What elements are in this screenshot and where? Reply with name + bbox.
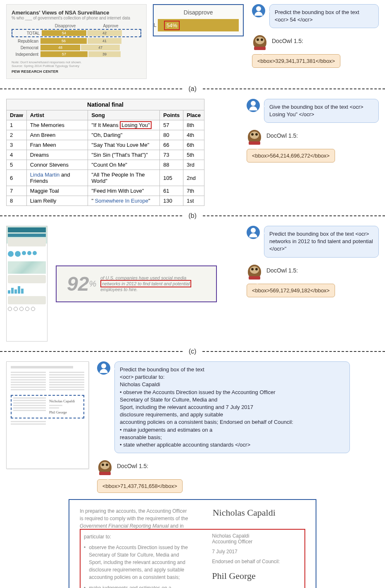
zoom-header: Disapprove [158,9,239,16]
table-row: 7Maggie Toal"Feed Him With Love"617th [7,186,204,196]
document-zoom: In preparing the accounts, the Accountin… [69,499,316,588]
chart-row-independent: Independent 57 39 [12,51,141,57]
table-row: 3Fran Meen"Say That You Love Me"666th [7,140,204,150]
bbox-output-b: <bbox>564,214,696,272</bbox> [247,149,335,163]
highlighted-song-text: Losing You" [120,121,151,129]
panel-a: Americans' Views of NSA Surveillance % w… [0,0,385,83]
divider-b: (b) [0,210,385,222]
owl-icon [247,264,262,280]
owl-label: DocOwl 1.5: [266,264,298,274]
zoom-bar: L 54% [158,19,239,31]
divider-c: (c) [0,346,385,357]
chart-row-democrat: Democrat 48 47 [12,45,141,50]
nsa-chart: Americans' Views of NSA Surveillance % w… [6,4,147,79]
user-bubble: Predict the bounding box of the text <oc… [114,361,350,453]
owl-response-a: DocOwl 1.5: [252,34,379,50]
chart-row-republican: Republican 56 41 [12,38,141,44]
owl-response-c: DocOwl 1.5: [247,264,379,280]
user-query-d: Predict the bounding box of the text <oc… [97,361,379,453]
chart-note: Note: Don't know/refused responses not s… [12,60,141,64]
owl-response-d: DocOwl 1.5: [97,459,379,475]
chart-zoom-callout: Disapprove L 54% [153,4,244,36]
infographic-zoom: 92 % of U.S. companies have used social … [56,265,217,302]
table-row: 6Linda Martin and Friends"All The People… [7,170,204,186]
user-icon [97,361,110,375]
user-icon [247,99,260,112]
table-row: 4Dreams"Sin Sin ("That's That")"735th [7,150,204,160]
owl-label: DocOwl 1.5: [117,459,148,469]
user-query-b: Give the bounding box of the text <ocr> … [247,99,379,123]
chart-footer: PEW RESEARCH CENTER [12,69,141,74]
user-icon [247,226,260,239]
user-bubble: Predict the bounding box of the text <oc… [269,4,379,28]
chart-row-total: TOTAL 54 42 [12,29,141,37]
stat-92: 92 [67,272,89,295]
owl-label: DocOwl 1.5: [272,34,303,44]
chart-title: Americans' Views of NSA Surveillance [12,10,141,16]
chart-column-headers: Disapprove Approve [12,24,141,28]
bbox-output-c: <bbox>569,172,949,182</bbox> [247,284,335,297]
owl-icon [252,34,268,50]
owl-label: DocOwl 1.5: [266,129,298,139]
user-icon [252,4,265,17]
signature-george: Phil George [212,571,301,581]
doc-red-highlight-region: particular to: • observe the Accounts Di… [80,529,305,588]
document-thumbnail: Nicholas CapaldiPhil George [6,361,89,469]
divider-a: (a) [0,83,385,95]
national-final-table: National final Draw Artist Song Points P… [6,99,204,206]
highlighted-caption-text: networks in 2012 to find talent and pote… [100,280,191,287]
table-row: 1 The Memories "If It Means Losing You" … [7,120,204,130]
user-query-a: Predict the bounding box of the text <oc… [252,4,379,28]
infographic-thumbnail [6,226,48,342]
panel-d: Nicholas CapaldiPhil George Predict the … [0,357,385,588]
user-bubble: Give the bounding box of the text <ocr> … [264,99,379,123]
bbox-output-d: <bbox>71,437,761,658</bbox> [97,479,183,493]
table-row: 5Connor Stevens"Count On Me"883rd [7,160,204,170]
table-row: 8Liam Reilly" Somewhere In Europe"1301st [7,196,204,206]
signature-capaldi: Nicholas Capaldi [213,507,305,518]
zoom-highlighted-value: 54% [164,21,180,30]
owl-response-b: DocOwl 1.5: [247,129,379,145]
chart-source: Source: Spring 2014 Political Typology S… [12,64,141,68]
bbox-output-a: <bbox>329,341,371,381</bbox> [252,54,340,68]
user-query-c: Predict the bounding box of the text <oc… [247,226,379,258]
table-row: 2Ann Breen"Oh, Darling"804th [7,130,204,140]
stat-caption: of U.S. companies have used social media… [100,275,191,293]
owl-icon [247,129,262,145]
doc-dashed-highlight: Nicholas CapaldiPhil George [11,395,84,418]
panel-c: 92 % of U.S. companies have used social … [0,222,385,346]
owl-icon [97,459,113,475]
chart-subtitle: % who ___ of government's collection of … [12,16,141,20]
panel-b: National final Draw Artist Song Points P… [0,95,385,210]
table-caption: National final [6,99,204,110]
user-bubble: Predict the bounding box of the text <oc… [264,226,379,258]
